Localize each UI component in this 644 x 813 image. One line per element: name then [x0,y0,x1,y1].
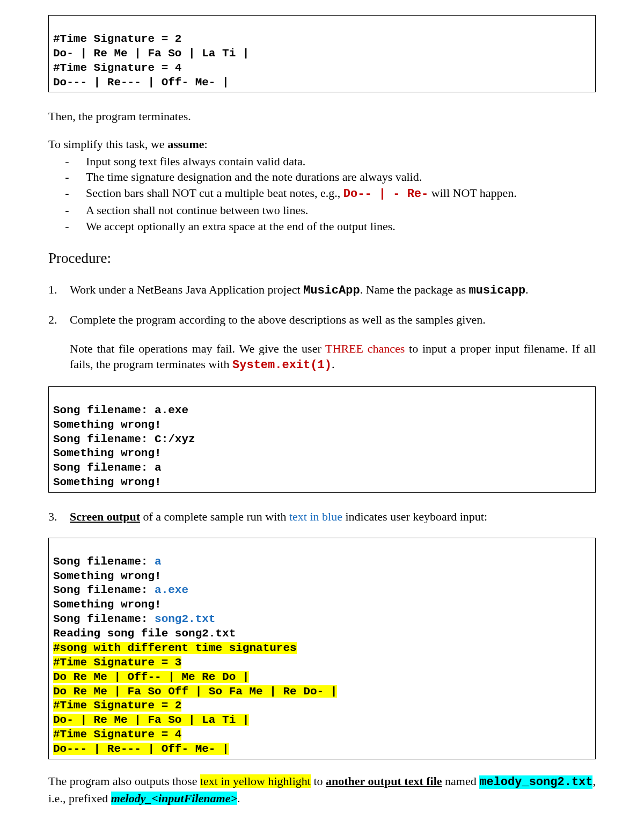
text: . [237,792,240,805]
bullet-item: -Section bars shall NOT cut a multiple b… [48,185,596,202]
inline-code: MusicApp [303,284,360,297]
bullet-text: Section bars shall NOT cut a multiple be… [86,185,596,202]
code-line-highlight: Do Re Me | Fa So Off | So Fa Me | Re Do-… [53,685,337,698]
procedure-heading: Procedure: [48,250,596,267]
bullet-dash: - [48,153,86,170]
code-line-highlight: #song with different time signatures [53,642,297,654]
final-paragraph: The program also outputs those text in y… [48,773,596,806]
inline-code-cyan: melody_song2.txt [479,775,592,789]
bullet-text: We accept optionally an extra space at t… [86,218,596,235]
code-line-highlight: #Time Signature = 2 [53,699,181,712]
bullet-dash: - [48,185,86,202]
text: . [332,357,335,371]
code-box-1: #Time Signature = 2 Do- | Re Me | Fa So … [48,15,596,92]
spacer [70,328,596,341]
code-line: Song filename: a.exe [53,404,188,416]
text-highlight: #song with different time signatures [53,642,297,654]
text: will NOT happen. [428,186,517,200]
text: Song filename: [53,555,155,568]
text: : [204,137,208,151]
text: Note that file operations may fail. We g… [70,341,596,373]
text: Song filename: [53,613,155,625]
text-underline-bold: Screen output [70,510,140,523]
code-line-highlight: Do Re Me | Off-- | Me Re Do | [53,671,249,683]
procedure-step-2: 2. Complete the program according to the… [48,312,596,373]
text-blue: a [155,555,162,568]
code-line: Song filename: a [53,462,162,474]
text: To simplify this task, we [48,137,167,151]
code-line: Do- | Re Me | Fa So | La Ti | [53,47,249,60]
text: Note that file operations may fail. We g… [70,342,325,355]
text: to [311,774,326,788]
bullet-item: -A section shall not continue between tw… [48,202,596,218]
code-line: Song filename: C:/xyz [53,433,195,445]
paragraph-terminate: Then, the program terminates. [48,108,596,124]
step-number: 1. [48,282,70,299]
paragraph-assume: To simplify this task, we assume: [48,136,596,152]
text: of a complete sample run with [140,510,289,523]
code-line: Song filename: a [53,555,162,568]
text-blue: text in blue [289,510,342,523]
code-line-highlight: #Time Signature = 4 [53,728,181,741]
text-highlight: #Time Signature = 3 [53,656,181,669]
procedure-step-1: 1. Work under a NetBeans Java Applicatio… [48,282,596,299]
text-blue: song2.txt [155,613,215,625]
code-line: Something wrong! [53,447,162,459]
code-line: Do--- | Re--- | Off- Me- | [53,76,229,89]
text-italic-cyan: melody_<inputFilename> [111,792,237,805]
bullet-item: -We accept optionally an extra space at … [48,218,596,235]
bullet-dash: - [48,169,86,185]
inline-code: musicapp [469,284,525,297]
assume-bullet-list: -Input song text files always contain va… [48,153,596,234]
code-line: #Time Signature = 4 [53,62,181,74]
text-highlight: #Time Signature = 2 [53,699,181,712]
text: Complete the program according to the ab… [70,312,596,328]
code-box-3: Song filename: a Something wrong! Song f… [48,538,596,759]
code-line: Something wrong! [53,476,162,488]
text: Work under a NetBeans Java Application p… [70,283,303,296]
page: #Time Signature = 2 Do- | Re Me | Fa So … [0,0,644,813]
text: Song filename: [53,584,155,596]
code-line: Song filename: a.exe [53,584,188,596]
text-highlight: Do Re Me | Off-- | Me Re Do | [53,671,249,683]
text: The program also outputs those [48,774,200,788]
text: . [525,283,529,296]
step-content: Screen output of a complete sample run w… [70,509,596,525]
text-blue: a.exe [155,584,188,596]
code-line-highlight: #Time Signature = 3 [53,656,181,669]
text: named [442,774,480,788]
bullet-item: -The time signature designation and the … [48,169,596,185]
code-line: Something wrong! [53,570,162,582]
text: Section bars shall NOT cut a multiple be… [86,186,343,200]
text: . Name the package as [360,283,469,296]
text: indicates user keyboard input: [342,510,487,523]
inline-code: Do-- | - Re- [343,187,428,201]
inline-code: System.exit(1) [232,358,332,372]
text-highlight: Do--- | Re--- | Off- Me- | [53,743,229,755]
text-highlight: #Time Signature = 4 [53,728,181,741]
code-line: Reading song file song2.txt [53,627,236,640]
text-highlight: Do Re Me | Fa So Off | So Fa Me | Re Do-… [53,685,337,698]
code-line-highlight: Do--- | Re--- | Off- Me- | [53,743,229,755]
code-line: Something wrong! [53,598,162,611]
text-highlight: Do- | Re Me | Fa So | La Ti | [53,714,249,726]
step-content: Work under a NetBeans Java Application p… [70,282,596,299]
bullet-dash: - [48,218,86,235]
text-red: THREE chances [325,342,405,355]
bullet-text: A section shall not continue between two… [86,202,596,218]
text-underline-bold: another output text file [326,774,442,788]
bullet-dash: - [48,202,86,218]
bullet-text: The time signature designation and the n… [86,169,596,185]
text-bold: assume [167,137,204,151]
code-line-highlight: Do- | Re Me | Fa So | La Ti | [53,714,249,726]
code-line: Something wrong! [53,419,162,431]
procedure-step-3: 3. Screen output of a complete sample ru… [48,509,596,525]
step-content: Complete the program according to the ab… [70,312,596,373]
code-box-2: Song filename: a.exe Something wrong! So… [48,386,596,493]
code-line: #Time Signature = 2 [53,33,181,45]
bullet-item: -Input song text files always contain va… [48,153,596,170]
bullet-text: Input song text files always contain val… [86,153,596,170]
step-number: 3. [48,509,70,525]
text-yellow-highlight: text in yellow highlight [200,774,311,788]
code-line: Song filename: song2.txt [53,613,215,625]
